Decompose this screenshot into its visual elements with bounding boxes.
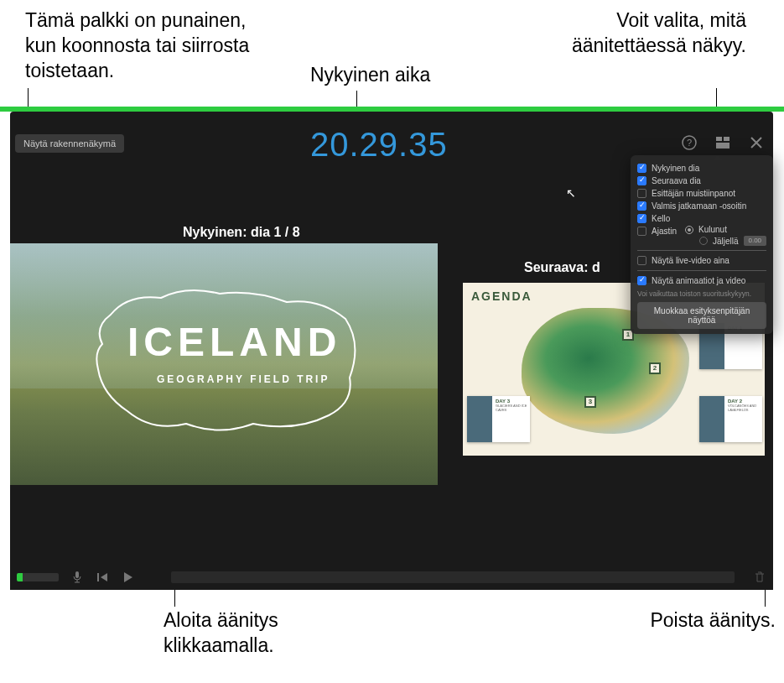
svg-text:?: ? <box>687 138 692 148</box>
svg-rect-6 <box>97 573 99 581</box>
callout-top-right: Voit valita, mitä äänitettäessä näkyy. <box>537 8 746 59</box>
timer-elapsed-row[interactable]: Kulunut <box>671 224 766 235</box>
day-card-2: DAY 2 VOLCANOES AND LAVA FIELDS <box>699 396 762 442</box>
radio-icon[interactable] <box>685 226 693 234</box>
map-marker-3: 3 <box>584 396 596 408</box>
callout-bottom-right: Poista äänitys. <box>608 608 776 633</box>
previous-icon[interactable] <box>96 571 109 584</box>
slide-subtitle: GEOGRAPHY FIELD TRIP <box>157 373 330 385</box>
checkbox-icon[interactable] <box>637 256 646 265</box>
option-clock[interactable]: Kello <box>637 212 766 225</box>
radio-icon[interactable] <box>699 237 708 245</box>
timer-value-field[interactable]: 0.00 <box>744 236 766 246</box>
recording-toolbar <box>10 565 773 590</box>
timer-remaining-row[interactable]: Jäljellä0.00 <box>685 235 766 247</box>
checkbox-icon[interactable] <box>637 164 646 173</box>
recording-timeline[interactable] <box>171 571 735 583</box>
checkbox-icon[interactable] <box>637 189 646 198</box>
display-options-popover: Nykyinen dia Seuraava dia Esittäjän muis… <box>631 155 773 334</box>
separator <box>637 250 766 251</box>
close-icon[interactable] <box>748 134 765 151</box>
delete-recording-button[interactable] <box>753 571 766 584</box>
option-presenter-notes[interactable]: Esittäjän muistiinpanot <box>637 187 766 200</box>
svg-rect-2 <box>716 137 722 141</box>
separator <box>637 270 766 271</box>
option-next-slide[interactable]: Seuraava dia <box>637 175 766 187</box>
checkbox-icon[interactable] <box>637 201 646 211</box>
microphone-icon[interactable] <box>70 571 84 584</box>
help-icon[interactable]: ? <box>681 134 698 151</box>
svg-rect-3 <box>724 137 729 141</box>
option-ready-indicator[interactable]: Valmis jatkamaan -osoitin <box>637 200 766 212</box>
layout-options-icon[interactable] <box>714 134 731 151</box>
audio-level-meter <box>17 573 59 581</box>
svg-rect-5 <box>75 571 79 578</box>
performance-note: Voi vaikuttaa toiston suorituskykyyn. <box>637 287 766 302</box>
checkbox-icon[interactable] <box>637 176 646 185</box>
callout-top-left: Tämä palkki on punainen, kun koonnosta t… <box>25 8 277 84</box>
show-navigator-button[interactable]: Näytä rakennenäkymä <box>15 134 124 153</box>
callout-bottom-left: Aloita äänitys klikkaamalla. <box>164 608 373 659</box>
record-button[interactable] <box>146 571 159 584</box>
map-marker-2: 2 <box>649 362 661 374</box>
next-slide-label: Seuraava: d <box>524 260 600 275</box>
checkbox-icon[interactable] <box>637 276 646 285</box>
option-always-live-video[interactable]: Näytä live-video aina <box>637 254 766 267</box>
play-icon[interactable] <box>121 571 134 584</box>
day-card-3: DAY 3 GLACIERS AND ICE CAVES <box>467 396 530 442</box>
option-show-animations[interactable]: Näytä animaatiot ja video <box>637 274 766 287</box>
checkbox-icon[interactable] <box>637 227 646 236</box>
option-current-slide[interactable]: Nykyinen dia <box>637 162 766 175</box>
customize-display-button[interactable]: Muokkaa esityksenpitäjän näyttöä <box>637 302 766 329</box>
checkbox-icon[interactable] <box>637 214 646 223</box>
callout-top-mid: Nykyinen aika <box>310 63 430 88</box>
current-slide-preview[interactable]: ICELAND GEOGRAPHY FIELD TRIP <box>10 243 438 485</box>
clock-display: 20.29.35 <box>310 126 448 164</box>
agenda-title: AGENDA <box>471 289 532 303</box>
svg-rect-4 <box>716 143 729 149</box>
slide-title: ICELAND <box>127 319 341 365</box>
current-slide-label: Nykyinen: dia 1 / 8 <box>183 225 300 240</box>
